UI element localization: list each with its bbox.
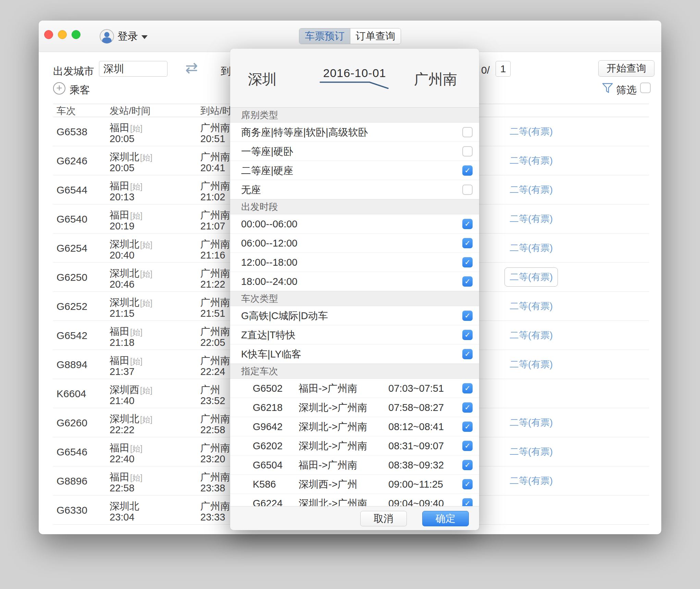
minimize-button[interactable]	[58, 30, 67, 39]
confirm-button[interactable]: 确定	[422, 511, 469, 526]
date-edit-swoosh-icon	[319, 80, 391, 89]
seat-availability-link[interactable]: 二等(有票)	[504, 210, 558, 228]
departure-station: 福田[始]	[110, 441, 142, 455]
arrival-time: 21:07	[200, 221, 225, 232]
zoom-button[interactable]	[72, 30, 80, 39]
specified-train-row[interactable]: G9642 深圳北->广州南 08:12~08:41	[230, 417, 479, 436]
arrival-time: 23:52	[200, 395, 225, 406]
login-menu[interactable]: 登录	[100, 28, 148, 45]
ticket-count-input[interactable]	[496, 61, 511, 77]
departure-time: 20:19	[110, 221, 135, 232]
filter-checkbox[interactable]	[640, 83, 651, 93]
option-checkbox[interactable]	[462, 219, 473, 229]
specified-train-time: 09:00~11:25	[388, 475, 443, 494]
seat-availability-link[interactable]: 二等(有票)	[504, 326, 558, 344]
desktop-background: 登录 车票预订 订单查询 出发城市 ⇄ 到 0/ 开始查询 乘客 筛选	[0, 0, 700, 589]
specified-train-row[interactable]: G6504 福田->广州南 08:38~09:32	[230, 455, 479, 475]
origin-tag: [始]	[140, 415, 152, 424]
seat-type-option[interactable]: 无座	[230, 180, 479, 199]
add-passenger-icon[interactable]	[53, 82, 65, 95]
specified-train-time: 08:38~09:32	[388, 455, 444, 475]
option-checkbox[interactable]	[462, 330, 473, 340]
seat-availability-link[interactable]: 二等(有票)	[504, 355, 558, 374]
seat-availability-link[interactable]: 二等(有票)	[504, 472, 558, 490]
departure-station: 福田[始]	[110, 325, 142, 339]
option-checkbox[interactable]	[462, 311, 473, 321]
origin-tag: [始]	[130, 444, 142, 453]
option-checkbox[interactable]	[462, 402, 473, 413]
option-checkbox[interactable]	[462, 479, 473, 489]
popover-to-city: 广州南	[414, 70, 457, 89]
start-query-button[interactable]: 开始查询	[598, 60, 654, 77]
seat-type-option[interactable]: 二等座|硬座	[230, 161, 479, 180]
option-label: 商务座|特等座|软卧|高级软卧	[241, 123, 368, 142]
option-checkbox[interactable]	[462, 383, 473, 393]
seat-availability-link[interactable]: 二等(有票)	[504, 239, 558, 257]
swap-stations-icon[interactable]: ⇄	[185, 59, 198, 76]
tab[interactable]: 订单查询	[350, 28, 401, 44]
departure-period-option[interactable]: 12:00--18:00	[230, 253, 479, 272]
option-checkbox[interactable]	[462, 257, 473, 267]
filter-funnel-icon	[602, 82, 613, 94]
train-type-option[interactable]: K快车|LY临客	[230, 344, 479, 364]
seat-type-option[interactable]: 商务座|特等座|软卧|高级软卧	[230, 123, 479, 142]
ticket-count-prefix: 0/	[481, 64, 490, 76]
option-checkbox[interactable]	[462, 349, 473, 359]
option-checkbox[interactable]	[462, 165, 473, 176]
titlebar[interactable]: 登录 车票预订 订单查询	[39, 21, 661, 52]
option-checkbox[interactable]	[462, 185, 473, 195]
departure-period-option[interactable]: 00:00--06:00	[230, 214, 479, 234]
departure-station-name: 福田	[110, 355, 129, 366]
seat-availability-link[interactable]: 二等(有票)	[504, 442, 558, 461]
specified-train-row[interactable]: G6218 深圳北->广州南 07:58~08:27	[230, 398, 479, 417]
option-checkbox[interactable]	[462, 127, 473, 137]
arrival-time: 23:33	[200, 512, 225, 523]
origin-tag: [始]	[130, 211, 142, 220]
arrival-time: 22:05	[200, 337, 225, 348]
specified-train-row[interactable]: G6502 福田->广州南 07:03~07:51	[230, 379, 479, 398]
seat-availability-link[interactable]: 二等(有票)	[504, 151, 558, 170]
seat-availability-link[interactable]: 二等(有票)	[504, 297, 558, 315]
travel-date[interactable]: 2016-10-01	[319, 66, 391, 89]
close-button[interactable]	[44, 30, 53, 39]
popover-from-city: 深圳	[248, 70, 277, 89]
specified-train-row[interactable]: K586 深圳西->广州 09:00~11:25	[230, 475, 479, 494]
login-label: 登录	[117, 29, 138, 43]
origin-tag: [始]	[140, 270, 152, 278]
option-checkbox[interactable]	[462, 238, 473, 248]
departure-station: 福田[始]	[110, 179, 142, 193]
departure-station-name: 福田	[110, 442, 129, 453]
section-departure-period: 出发时段	[230, 199, 479, 214]
popover-header: 深圳 2016-10-01 广州南	[230, 49, 479, 108]
tab[interactable]: 车票预订	[299, 28, 350, 44]
section-seat-type: 席别类型	[230, 108, 479, 123]
train-type-option[interactable]: G高铁|C城际|D动车	[230, 306, 479, 325]
departure-period-option[interactable]: 18:00--24:00	[230, 272, 479, 291]
departure-station: 深圳西[始]	[110, 383, 152, 397]
departure-station: 福田[始]	[110, 471, 142, 484]
option-label: Z直达|T特快	[241, 325, 296, 344]
specified-train-time: 08:12~08:41	[388, 417, 444, 436]
arrival-time: 21:22	[200, 279, 225, 290]
seat-availability-link[interactable]: 二等(有票)	[504, 122, 558, 141]
seat-type-option[interactable]: 一等座|硬卧	[230, 142, 479, 161]
arrival-station: 广州南	[200, 179, 230, 193]
option-checkbox[interactable]	[462, 460, 473, 470]
cancel-button[interactable]: 取消	[360, 511, 407, 526]
specified-train-row[interactable]: G6202 深圳北->广州南 08:31~09:07	[230, 436, 479, 455]
from-city-label: 出发城市	[53, 64, 94, 78]
from-city-input[interactable]	[99, 61, 167, 77]
option-checkbox[interactable]	[462, 441, 473, 451]
departure-period-option[interactable]: 06:00--12:00	[230, 234, 479, 253]
option-checkbox[interactable]	[462, 276, 473, 287]
option-checkbox[interactable]	[462, 422, 473, 432]
seat-availability-link[interactable]: 二等(有票)	[504, 413, 558, 432]
origin-tag: [始]	[140, 153, 152, 162]
seat-availability-link[interactable]: 二等(有票)	[504, 267, 558, 287]
train-type-option[interactable]: Z直达|T特快	[230, 325, 479, 344]
seat-availability-link[interactable]: 二等(有票)	[504, 180, 558, 199]
arrival-station: 广州南	[200, 238, 230, 251]
train-number: G6246	[57, 146, 87, 175]
option-checkbox[interactable]	[462, 146, 473, 156]
section-specified-trains: 指定车次	[230, 364, 479, 379]
